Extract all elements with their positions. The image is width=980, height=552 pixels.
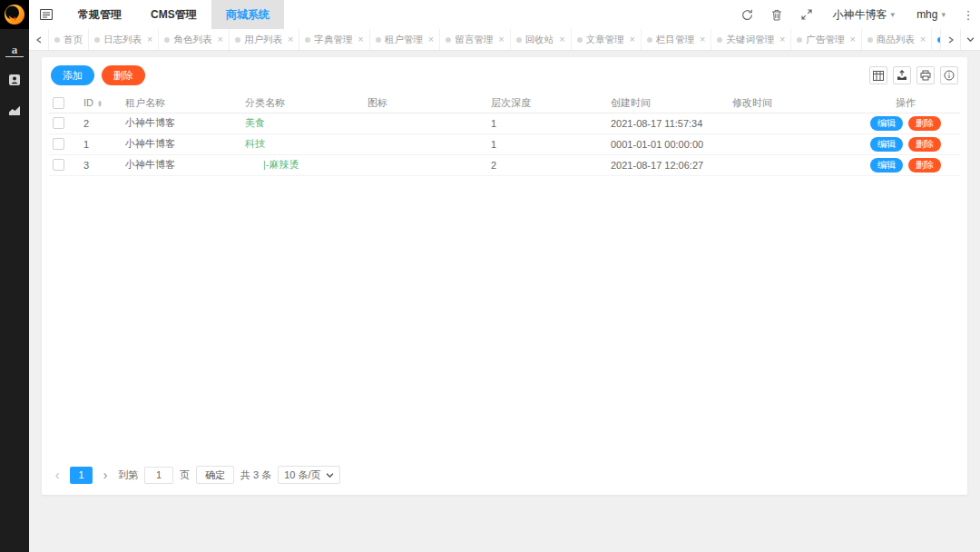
workspace-tab[interactable]: 字典管理×: [299, 29, 369, 50]
user-badge-icon[interactable]: [5, 72, 24, 88]
pagination: ‹ 1 › 到第 页 确定 共 3 条 10 条/页: [49, 455, 960, 495]
workspace-tab[interactable]: 留言管理×: [440, 29, 510, 50]
next-page-icon[interactable]: ›: [99, 468, 112, 481]
goto-confirm-button[interactable]: 确定: [196, 466, 234, 484]
logo[interactable]: [0, 0, 29, 29]
tab-close-icon[interactable]: ×: [147, 34, 152, 44]
row-edit-button[interactable]: 编辑: [870, 116, 903, 131]
tab-label: 留言管理: [455, 34, 493, 46]
tab-close-icon[interactable]: ×: [700, 34, 705, 44]
row-checkbox[interactable]: [53, 138, 64, 150]
row-delete-button[interactable]: 删除: [908, 137, 941, 152]
row-edit-button[interactable]: 编辑: [870, 158, 903, 172]
tab-close-icon[interactable]: ×: [498, 34, 504, 44]
column-header-icon: 图标: [364, 94, 487, 113]
sort-icon[interactable]: ▲▼: [97, 100, 103, 107]
select-all-checkbox[interactable]: [53, 97, 64, 109]
workspace-tab[interactable]: 回收站×: [511, 29, 572, 50]
row-created: 0001-01-01 00:00:00: [607, 133, 729, 154]
row-edit-button[interactable]: 编辑: [870, 137, 903, 152]
tab-close-icon[interactable]: ×: [288, 34, 293, 44]
tab-dot-icon: [94, 37, 100, 43]
row-category: 美食: [241, 113, 364, 133]
goto-page-input[interactable]: [144, 467, 173, 484]
tabs-scroll-right-icon[interactable]: [940, 29, 960, 50]
tab-dot-icon: [717, 37, 722, 43]
row-modified: [729, 154, 851, 175]
letter-a-icon[interactable]: a: [5, 44, 24, 57]
trash-icon[interactable]: [762, 0, 792, 29]
row-category: 科技: [241, 133, 364, 154]
tab-close-icon[interactable]: ×: [217, 34, 222, 44]
top-nav-item[interactable]: 商城系统: [211, 0, 284, 29]
workspace-tab[interactable]: 栏目管理×: [642, 29, 711, 50]
info-icon[interactable]: [940, 66, 958, 84]
row-tenant: 小神牛博客: [122, 133, 241, 154]
username: 小神牛博客: [833, 7, 887, 23]
tab-dot-icon: [54, 37, 60, 43]
table-tool-icons: [869, 66, 958, 84]
content-area: 添加 删除: [29, 51, 980, 552]
tenant-name: mhg: [916, 8, 937, 21]
column-header-id[interactable]: ID▲▼: [80, 94, 122, 113]
refresh-icon[interactable]: [732, 0, 762, 29]
row-actions: 编辑删除: [851, 113, 960, 133]
tab-close-icon[interactable]: ×: [779, 34, 785, 44]
column-header-depth: 层次深度: [487, 94, 607, 113]
collapse-menu-icon[interactable]: [29, 0, 64, 29]
workspace-tab[interactable]: 广告管理×: [791, 29, 861, 50]
workspace-tab[interactable]: 租户管理×: [370, 29, 440, 50]
row-delete-button[interactable]: 删除: [908, 116, 941, 131]
workspace-tab[interactable]: 用户列表×: [230, 29, 299, 50]
workspace-tab[interactable]: 首页: [49, 29, 89, 50]
workspace-tab[interactable]: 商品列表×: [862, 29, 932, 50]
row-checkbox[interactable]: [53, 159, 64, 171]
chevron-down-icon: ▾: [941, 10, 946, 19]
table-row: 3小神牛博客|-麻辣烫22021-08-17 12:06:27编辑删除: [49, 154, 960, 175]
workspace-tab[interactable]: 角色列表×: [159, 29, 229, 50]
workspace-tab[interactable]: 商品分类×: [932, 29, 940, 50]
top-nav-item[interactable]: CMS管理: [136, 0, 211, 29]
sidebar: a: [0, 0, 29, 552]
tab-dot-icon: [516, 37, 522, 43]
tab-dot-icon: [797, 37, 802, 43]
tab-close-icon[interactable]: ×: [849, 34, 855, 44]
workspace-tab[interactable]: 关键词管理×: [711, 29, 791, 50]
tab-label: 广告管理: [806, 34, 844, 46]
row-actions: 编辑删除: [851, 154, 960, 175]
column-header-created: 创建时间: [607, 94, 729, 113]
chevron-down-icon: ▾: [891, 10, 896, 19]
tab-dot-icon: [446, 37, 451, 43]
workspace-tab[interactable]: 日志列表×: [89, 29, 159, 50]
add-button[interactable]: 添加: [51, 65, 94, 85]
row-actions: 编辑删除: [851, 133, 960, 154]
tab-dot-icon: [647, 37, 652, 43]
tabs-menu-icon[interactable]: [960, 29, 980, 50]
tab-dot-icon: [305, 37, 310, 43]
category-table: ID▲▼ 租户名称 分类名称 图标 层次深度 创建时间 修改时间 操作 2小神牛…: [49, 94, 960, 176]
tab-close-icon[interactable]: ×: [559, 34, 564, 44]
tab-label: 首页: [64, 34, 83, 46]
row-checkbox[interactable]: [53, 117, 64, 129]
user-menu[interactable]: 小神牛博客 ▾: [822, 7, 906, 23]
tab-close-icon[interactable]: ×: [358, 34, 363, 44]
page-size-select[interactable]: 10 条/页: [278, 466, 339, 484]
tab-dot-icon: [164, 37, 170, 43]
workspace-tab[interactable]: 文章管理×: [572, 29, 642, 50]
tabs-scroll-left-icon[interactable]: [29, 29, 49, 50]
tab-close-icon[interactable]: ×: [920, 34, 926, 44]
area-chart-icon[interactable]: [5, 103, 24, 119]
tenant-menu[interactable]: mhg ▾: [906, 8, 956, 21]
current-page-button[interactable]: 1: [70, 467, 93, 484]
top-nav-item[interactable]: 常规管理: [64, 0, 136, 29]
row-delete-button[interactable]: 删除: [908, 158, 941, 172]
export-icon[interactable]: [893, 66, 911, 84]
fullscreen-icon[interactable]: [792, 0, 822, 29]
columns-filter-icon[interactable]: [869, 66, 887, 84]
tab-close-icon[interactable]: ×: [428, 34, 434, 44]
delete-button[interactable]: 删除: [102, 65, 145, 85]
prev-page-icon[interactable]: ‹: [51, 468, 64, 481]
print-icon[interactable]: [916, 66, 935, 84]
more-menu-icon[interactable]: ⋮: [956, 8, 980, 22]
tab-close-icon[interactable]: ×: [630, 34, 635, 44]
